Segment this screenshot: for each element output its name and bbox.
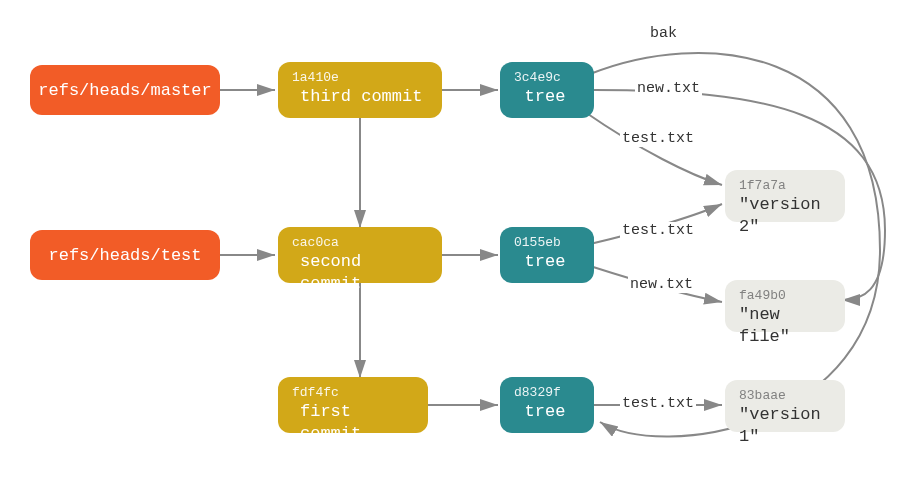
commit-second: cac0ca second commit [278,227,442,283]
edge-label-new1: new.txt [635,80,702,97]
commit-title: second commit [292,251,428,295]
commit-hash: cac0ca [292,235,428,251]
commit-third: 1a410e third commit [278,62,442,118]
commit-title: third commit [292,86,428,108]
tree-hash: 3c4e9c [514,70,580,86]
commit-first: fdf4fc first commit [278,377,428,433]
tree-second: 0155eb tree [500,227,594,283]
edge-label-new2: new.txt [628,276,695,293]
blob-version1: 83baae "version 1" [725,380,845,432]
commit-title: first commit [292,401,414,445]
blob-hash: fa49b0 [739,288,831,304]
blob-title: "version 2" [739,194,831,238]
tree-hash: d8329f [514,385,580,401]
tree-third: 3c4e9c tree [500,62,594,118]
ref-master: refs/heads/master [30,65,220,115]
blob-newfile: fa49b0 "new file" [725,280,845,332]
blob-version2: 1f7a7a "version 2" [725,170,845,222]
tree-hash: 0155eb [514,235,580,251]
tree-title: tree [514,86,580,108]
ref-label: refs/heads/test [48,246,201,265]
edge-label-test1: test.txt [620,130,696,147]
edge-label-test2: test.txt [620,222,696,239]
blob-hash: 83baae [739,388,831,404]
tree-first: d8329f tree [500,377,594,433]
ref-test: refs/heads/test [30,230,220,280]
blob-hash: 1f7a7a [739,178,831,194]
tree-title: tree [514,401,580,423]
ref-label: refs/heads/master [38,81,211,100]
commit-hash: 1a410e [292,70,428,86]
blob-title: "new file" [739,304,831,348]
tree-title: tree [514,251,580,273]
commit-hash: fdf4fc [292,385,414,401]
edge-label-bak: bak [648,25,679,42]
blob-title: "version 1" [739,404,831,448]
edge-label-test3: test.txt [620,395,696,412]
